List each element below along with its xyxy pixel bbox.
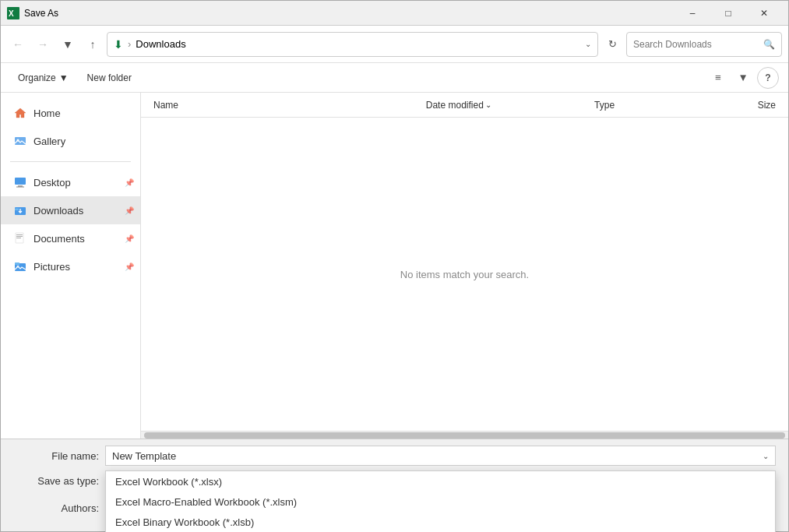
pin-icon-documents: 📌 — [125, 234, 134, 243]
title-bar: X Save As – □ ✕ — [1, 1, 788, 26]
filename-value: New Template — [112, 450, 176, 462]
pin-icon: 📌 — [125, 178, 134, 187]
horizontal-scrollbar[interactable] — [141, 431, 788, 439]
dialog-title: Save As — [24, 8, 675, 19]
pictures-icon — [13, 260, 27, 273]
new-folder-button[interactable]: New folder — [79, 67, 139, 89]
organize-label: Organize — [18, 72, 56, 83]
sidebar-item-pictures[interactable]: Pictures 📌 — [1, 252, 140, 280]
back-button[interactable]: ← — [7, 33, 29, 55]
no-items-message: No items match your search. — [400, 269, 529, 280]
view-dropdown-icon: ▼ — [738, 72, 748, 83]
svg-text:X: X — [9, 9, 14, 18]
documents-icon — [13, 232, 27, 245]
address-bar[interactable]: ⬇ › Downloads ⌄ — [107, 32, 598, 57]
close-button[interactable]: ✕ — [746, 1, 782, 26]
sidebar-item-downloads[interactable]: Downloads 📌 — [1, 196, 140, 224]
main-content: Home Gallery — [1, 93, 788, 439]
svg-rect-4 — [15, 178, 26, 185]
col-modified-label: Date modified — [426, 100, 484, 111]
col-modified[interactable]: Date modified ⌄ — [420, 100, 588, 111]
recent-locations-button[interactable]: ▼ — [57, 33, 79, 55]
col-type[interactable]: Type — [588, 100, 705, 111]
desktop-icon — [13, 176, 27, 188]
col-modified-arrow: ⌄ — [485, 100, 491, 109]
home-icon — [13, 107, 27, 119]
sidebar-item-documents[interactable]: Documents 📌 — [1, 224, 140, 252]
file-area: Name Date modified ⌄ Type Size No items … — [141, 93, 788, 439]
new-folder-label: New folder — [87, 72, 132, 83]
forward-button[interactable]: → — [32, 33, 54, 55]
toolbar: ← → ▼ ↑ ⬇ › Downloads ⌄ ↻ 🔍 — [1, 26, 788, 63]
command-bar: Organize ▼ New folder ≡ ▼ ? — [1, 63, 788, 93]
save-type-dropdown: Excel Workbook (*.xlsx) Excel Macro-Enab… — [105, 470, 776, 532]
excel-icon: X — [7, 7, 19, 19]
savetype-label: Save as type: — [13, 475, 99, 487]
up-button[interactable]: ↑ — [82, 33, 104, 55]
minimize-button[interactable]: – — [675, 1, 710, 26]
sidebar-item-home[interactable]: Home — [1, 99, 140, 127]
window-controls: – □ ✕ — [675, 1, 782, 26]
address-separator: › — [128, 38, 131, 50]
col-name[interactable]: Name — [147, 100, 420, 111]
help-button[interactable]: ? — [757, 67, 779, 89]
sidebar: Home Gallery — [1, 93, 141, 439]
gallery-icon — [13, 135, 27, 147]
search-input[interactable] — [633, 39, 760, 50]
svg-rect-8 — [15, 209, 19, 211]
sidebar-item-gallery[interactable]: Gallery — [1, 127, 140, 155]
svg-rect-10 — [16, 234, 23, 235]
save-as-dialog: X Save As – □ ✕ ← → ▼ ↑ ⬇ › Downloads ⌄ … — [0, 0, 789, 532]
organize-button[interactable]: Organize ▼ — [10, 67, 76, 89]
pin-icon-pictures: 📌 — [125, 262, 134, 271]
file-list-header: Name Date modified ⌄ Type Size — [141, 93, 788, 118]
filename-row: File name: New Template ⌄ — [13, 446, 776, 466]
sidebar-item-home-label: Home — [33, 107, 61, 119]
scrollbar-thumb — [144, 432, 785, 439]
sidebar-divider — [10, 161, 131, 162]
sidebar-item-downloads-label: Downloads — [33, 205, 83, 217]
search-icon: 🔍 — [763, 39, 775, 50]
view-options-button[interactable]: ≡ — [707, 67, 729, 89]
view-dropdown-button[interactable]: ▼ — [732, 67, 754, 89]
dropdown-option-xlsx[interactable]: Excel Workbook (*.xlsx) — [106, 471, 775, 491]
file-list-body: No items match your search. — [141, 118, 788, 431]
filename-dropdown-icon: ⌄ — [763, 452, 769, 460]
filename-input[interactable]: New Template ⌄ — [105, 446, 776, 466]
svg-rect-6 — [16, 187, 24, 188]
refresh-button[interactable]: ↻ — [601, 33, 623, 55]
save-type-area: Save as type: Excel Template (*.xltx) ⌄ … — [13, 470, 776, 491]
downloads-folder-icon — [13, 204, 27, 217]
downloads-icon: ⬇ — [114, 38, 123, 51]
organize-arrow-icon: ▼ — [59, 72, 69, 83]
pin-icon-downloads: 📌 — [125, 206, 134, 215]
sidebar-item-gallery-label: Gallery — [33, 136, 65, 147]
svg-rect-2 — [15, 137, 26, 145]
filename-label: File name: — [13, 450, 99, 462]
search-bar: 🔍 — [626, 32, 782, 57]
svg-rect-12 — [16, 238, 21, 238]
svg-rect-11 — [16, 236, 23, 237]
dropdown-option-xlsm[interactable]: Excel Macro-Enabled Workbook (*.xlsm) — [106, 491, 775, 512]
sidebar-item-desktop-label: Desktop — [33, 177, 71, 188]
maximize-button[interactable]: □ — [710, 1, 746, 26]
sidebar-item-documents-label: Documents — [33, 233, 85, 245]
dropdown-option-xlsb[interactable]: Excel Binary Workbook (*.xlsb) — [106, 512, 775, 532]
view-icon: ≡ — [715, 72, 721, 83]
address-path: Downloads — [136, 38, 580, 50]
sidebar-item-pictures-label: Pictures — [33, 261, 70, 273]
svg-rect-14 — [15, 262, 19, 265]
sidebar-item-desktop[interactable]: Desktop 📌 — [1, 168, 140, 196]
bottom-section: File name: New Template ⌄ Save as type: … — [1, 439, 788, 531]
authors-label: Authors: — [13, 502, 99, 514]
address-dropdown-icon[interactable]: ⌄ — [585, 40, 591, 48]
col-size[interactable]: Size — [705, 100, 782, 111]
